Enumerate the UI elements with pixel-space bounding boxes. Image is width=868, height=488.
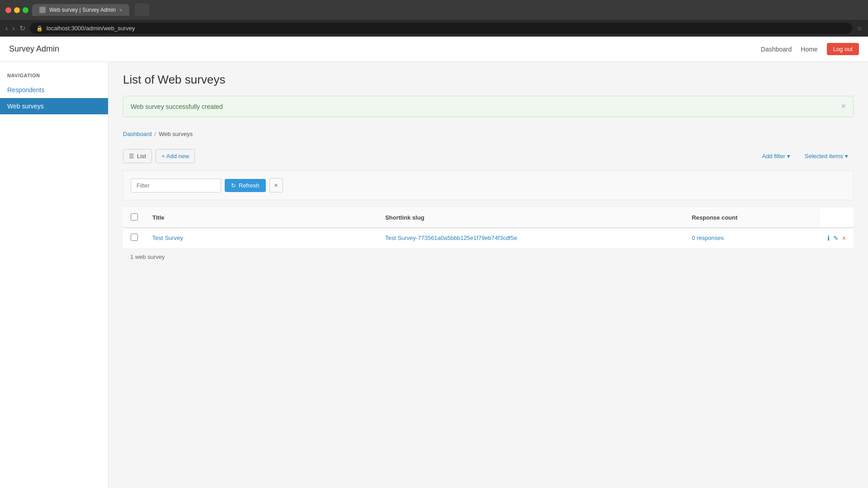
refresh-label: Refresh xyxy=(239,182,259,189)
sidebar-nav-heading: Navigation xyxy=(0,69,108,82)
table-footer: 1 web survey xyxy=(123,248,854,266)
selected-items-caret: ▾ xyxy=(845,153,848,160)
breadcrumb: Dashboard / Web surveys xyxy=(123,126,854,142)
tab-placeholder[interactable] xyxy=(135,4,149,16)
list-view-button[interactable]: ☰ List xyxy=(123,149,152,163)
app-wrapper: Survey Admin Dashboard Home Log out Navi… xyxy=(0,37,868,488)
main-content: List of Web surveys Web survey successfu… xyxy=(108,62,868,488)
nav-home-link[interactable]: Home xyxy=(801,46,817,53)
col-header-slug: Shortlink slug xyxy=(378,208,684,228)
select-all-checkbox[interactable] xyxy=(131,213,138,221)
info-icon[interactable]: ℹ xyxy=(827,235,830,242)
sidebar-item-respondents[interactable]: Respondents xyxy=(0,82,108,98)
selected-items-label: Selected items xyxy=(805,153,843,160)
table-row: Test Survey Test Survey-773561a0a5bbb125… xyxy=(123,228,854,248)
row-title-cell: Test Survey xyxy=(145,228,378,248)
top-nav: Survey Admin Dashboard Home Log out xyxy=(0,37,868,62)
row-actions: ℹ ✎ × xyxy=(827,235,846,242)
logout-button[interactable]: Log out xyxy=(827,43,859,55)
row-title-link[interactable]: Test Survey xyxy=(152,235,183,241)
filter-bar: ↻ Refresh × xyxy=(123,170,854,200)
dot-yellow[interactable] xyxy=(14,7,20,13)
toolbar-right: Add filter ▾ Selected items ▾ xyxy=(756,150,854,163)
browser-title-bar: Web survey | Survey Admin × xyxy=(0,0,868,20)
browser-tab[interactable]: Web survey | Survey Admin × xyxy=(32,4,129,16)
clear-icon: × xyxy=(274,182,278,189)
tab-favicon xyxy=(39,7,46,13)
app-brand: Survey Admin xyxy=(9,44,59,54)
tab-close-icon[interactable]: × xyxy=(119,7,122,13)
address-bar[interactable]: 🔒 localhost:3000/admin/web_survey xyxy=(30,23,852,34)
delete-icon[interactable]: × xyxy=(842,235,846,242)
reload-button[interactable]: ↻ xyxy=(19,24,25,33)
web-surveys-table: Title Shortlink slug Response count xyxy=(123,207,854,248)
filter-input[interactable] xyxy=(131,178,221,192)
list-icon: ☰ xyxy=(129,153,134,160)
page-title: List of Web surveys xyxy=(123,73,854,87)
sidebar-item-web-surveys[interactable]: Web surveys xyxy=(0,98,108,114)
list-label: List xyxy=(137,153,146,160)
browser-window: Web survey | Survey Admin × ‹ › ↻ 🔒 loca… xyxy=(0,0,868,37)
refresh-button[interactable]: ↻ Refresh xyxy=(225,179,266,192)
row-checkbox-cell xyxy=(123,228,146,248)
add-filter-label: Add filter xyxy=(762,153,785,160)
row-slug-cell: Test Survey-773561a0a5bbb125e1f79eb74f3c… xyxy=(378,228,684,248)
alert-message: Web survey successfully created xyxy=(131,103,223,110)
main-layout: Navigation Respondents Web surveys List … xyxy=(0,62,868,488)
add-new-label: Add new xyxy=(166,153,189,160)
col-header-checkbox xyxy=(123,208,146,228)
refresh-icon: ↻ xyxy=(231,182,236,189)
add-filter-caret: ▾ xyxy=(787,153,790,160)
selected-items-button[interactable]: Selected items ▾ xyxy=(799,150,854,163)
alert-close-button[interactable]: × xyxy=(841,102,846,111)
url-text: localhost:3000/admin/web_survey xyxy=(47,25,846,32)
back-button[interactable]: ‹ xyxy=(5,24,8,33)
breadcrumb-current: Web surveys xyxy=(159,131,193,137)
tab-title: Web survey | Survey Admin xyxy=(49,7,116,13)
row-checkbox[interactable] xyxy=(131,234,138,241)
toolbar: ☰ List + Add new Add filter ▾ Selected i… xyxy=(123,149,854,163)
table-header: Title Shortlink slug Response count xyxy=(123,208,854,228)
bookmark-button[interactable]: ☆ xyxy=(857,25,863,32)
dot-red[interactable] xyxy=(5,7,11,13)
browser-action-buttons: ☆ xyxy=(857,25,863,32)
sidebar: Navigation Respondents Web surveys xyxy=(0,62,108,488)
row-slug-link[interactable]: Test Survey-773561a0a5bbb125e1f79eb74f3c… xyxy=(385,235,517,241)
table-header-row: Title Shortlink slug Response count xyxy=(123,208,854,228)
col-header-response-count: Response count xyxy=(684,208,820,228)
breadcrumb-separator: / xyxy=(155,131,156,137)
lock-icon: 🔒 xyxy=(36,25,43,32)
add-new-button[interactable]: + Add new xyxy=(156,149,195,163)
add-filter-button[interactable]: Add filter ▾ xyxy=(756,150,795,163)
row-response-link[interactable]: 0 responses xyxy=(692,235,724,241)
clear-filter-button[interactable]: × xyxy=(269,178,283,192)
top-nav-links: Dashboard Home Log out xyxy=(761,43,859,55)
browser-address-bar: ‹ › ↻ 🔒 localhost:3000/admin/web_survey … xyxy=(0,20,868,37)
add-new-icon: + xyxy=(161,153,165,160)
edit-icon[interactable]: ✎ xyxy=(833,235,839,242)
col-header-title: Title xyxy=(145,208,378,228)
table-footer-count: 1 web survey xyxy=(130,253,165,260)
dot-green[interactable] xyxy=(23,7,28,13)
toolbar-left: ☰ List + Add new xyxy=(123,149,195,163)
browser-dots xyxy=(5,7,28,13)
row-response-cell: 0 responses xyxy=(684,228,820,248)
breadcrumb-dashboard[interactable]: Dashboard xyxy=(123,131,152,137)
success-alert: Web survey successfully created × xyxy=(123,96,854,117)
row-actions-cell: ℹ ✎ × xyxy=(820,228,854,248)
nav-dashboard-link[interactable]: Dashboard xyxy=(761,46,792,53)
forward-button[interactable]: › xyxy=(12,24,14,33)
table-body: Test Survey Test Survey-773561a0a5bbb125… xyxy=(123,228,854,248)
